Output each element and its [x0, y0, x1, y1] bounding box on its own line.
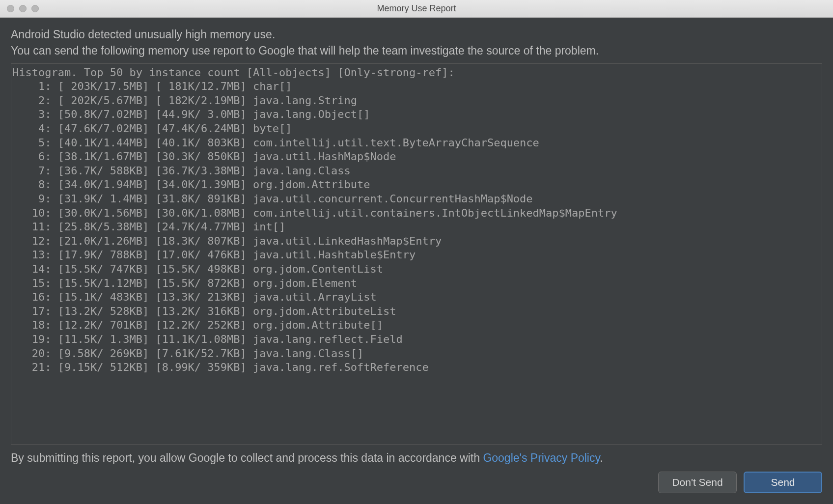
minimize-icon[interactable] [19, 5, 27, 12]
dialog-buttons: Don't Send Send [11, 470, 822, 504]
window-controls [0, 5, 39, 12]
send-button[interactable]: Send [744, 472, 822, 493]
titlebar: Memory Use Report [0, 0, 833, 18]
memory-report-textarea[interactable]: Histogram. Top 50 by instance count [All… [11, 63, 822, 445]
privacy-suffix: . [600, 451, 603, 464]
intro-line-2: You can send the following memory use re… [11, 43, 822, 59]
privacy-notice: By submitting this report, you allow Goo… [11, 445, 822, 470]
window-title: Memory Use Report [0, 3, 833, 14]
privacy-prefix: By submitting this report, you allow Goo… [11, 451, 483, 464]
intro-text: Android Studio detected unusually high m… [11, 27, 822, 59]
intro-line-1: Android Studio detected unusually high m… [11, 27, 822, 43]
privacy-policy-link[interactable]: Google's Privacy Policy [483, 451, 600, 464]
close-icon[interactable] [7, 5, 14, 12]
zoom-icon[interactable] [31, 5, 39, 12]
dont-send-button[interactable]: Don't Send [658, 472, 737, 493]
dialog-content: Android Studio detected unusually high m… [0, 18, 833, 504]
